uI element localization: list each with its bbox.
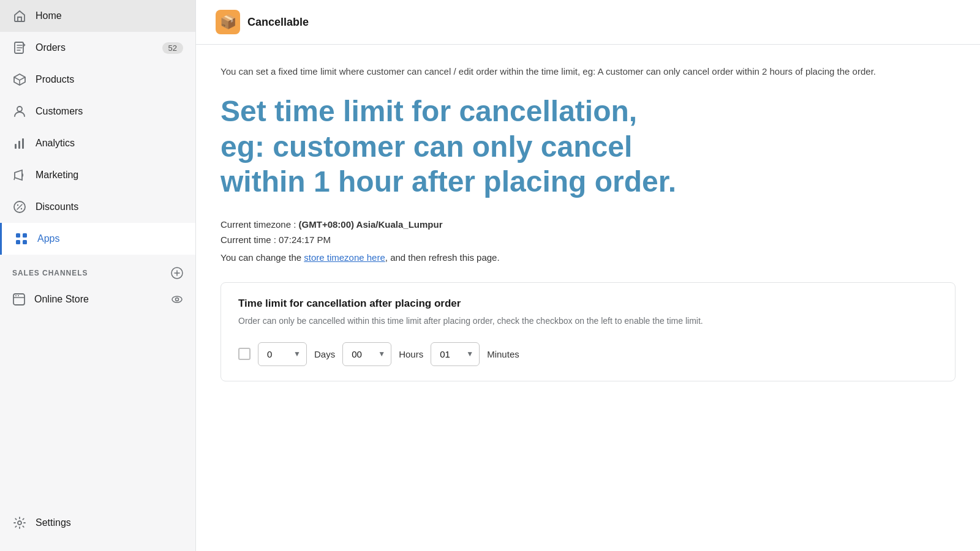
svg-rect-4: [18, 141, 20, 149]
sidebar-item-label: Marketing: [36, 170, 78, 181]
sidebar-item-home[interactable]: Home: [0, 0, 195, 32]
time-controls: 0 1 2 3 ▼ Days 00 01 02 03 ▼: [238, 342, 938, 366]
svg-point-19: [18, 521, 21, 525]
timezone-value: (GMT+08:00) Asia/Kuala_Lumpur: [299, 219, 443, 230]
sidebar-item-orders[interactable]: Orders 52: [0, 32, 195, 64]
headline-line3: within 1 hour after placing order.: [221, 165, 676, 198]
discounts-icon: [12, 200, 27, 214]
sales-channels-label: SALES CHANNELS: [12, 269, 88, 277]
time-limit-box: Time limit for cancellation after placin…: [221, 282, 956, 381]
minutes-label: Minutes: [487, 349, 519, 359]
sidebar-item-label: Apps: [37, 233, 59, 244]
svg-rect-10: [23, 233, 27, 238]
svg-point-16: [18, 295, 19, 296]
hours-select-wrapper: 00 01 02 03 ▼: [342, 342, 391, 366]
svg-point-8: [21, 208, 22, 209]
sidebar-item-label: Home: [36, 10, 62, 21]
sidebar-item-apps[interactable]: Apps: [0, 223, 195, 255]
sidebar-item-settings[interactable]: Settings: [0, 507, 195, 539]
main-content: 📦 Cancellable You can set a fixed time l…: [196, 0, 980, 551]
sidebar-item-label: Orders: [36, 42, 66, 53]
timezone-info: Current timezone : (GMT+08:00) Asia/Kual…: [221, 219, 956, 230]
app-header-icon: 📦: [216, 10, 240, 34]
sidebar-item-customers[interactable]: Customers: [0, 96, 195, 127]
app-header-title: Cancellable: [247, 16, 309, 29]
days-select-wrapper: 0 1 2 3 ▼: [258, 342, 307, 366]
orders-icon: [12, 40, 27, 55]
products-icon: [12, 72, 27, 87]
headline-line2: eg: customer can only cancel: [221, 130, 632, 163]
content-body: You can set a fixed time limit where cus…: [196, 45, 980, 401]
sidebar-item-online-store[interactable]: Online Store: [0, 284, 195, 315]
headline-line1: Set time limit for cancellation,: [221, 95, 637, 127]
svg-rect-9: [16, 233, 20, 238]
store-timezone-link[interactable]: store timezone here: [304, 252, 385, 263]
timezone-change-prefix: You can change the: [221, 252, 304, 263]
settings-label: Settings: [36, 517, 71, 528]
current-time-value: 07:24:17 PM: [279, 234, 331, 245]
time-limit-checkbox[interactable]: [238, 348, 251, 360]
add-sales-channel-button[interactable]: [171, 267, 183, 279]
sales-channels-header: SALES CHANNELS: [0, 260, 195, 284]
timezone-label: Current timezone :: [221, 219, 296, 230]
timezone-change-text: You can change the store timezone here, …: [221, 252, 956, 263]
hours-label: Hours: [399, 349, 423, 359]
svg-rect-14: [13, 294, 24, 305]
minutes-select[interactable]: 00 01 05 10 15 30: [431, 342, 480, 366]
sidebar: Home Orders 52 Products Cust: [0, 0, 196, 551]
time-limit-title: Time limit for cancellation after placin…: [238, 298, 938, 310]
svg-point-15: [15, 295, 17, 296]
minutes-select-wrapper: 00 01 05 10 15 30 ▼: [431, 342, 480, 366]
timezone-change-suffix: , and then refresh this page.: [385, 252, 500, 263]
svg-rect-3: [15, 144, 17, 149]
days-label: Days: [314, 349, 335, 359]
svg-point-2: [17, 107, 22, 111]
sidebar-item-analytics[interactable]: Analytics: [0, 127, 195, 159]
svg-point-7: [17, 204, 18, 206]
svg-point-18: [176, 298, 179, 301]
time-limit-desc: Order can only be cancelled within this …: [238, 315, 938, 328]
svg-rect-5: [22, 138, 24, 149]
app-header: 📦 Cancellable: [196, 0, 980, 45]
sidebar-item-marketing[interactable]: Marketing: [0, 159, 195, 191]
sidebar-item-label: Products: [36, 74, 74, 85]
current-time-info: Current time : 07:24:17 PM: [221, 234, 956, 245]
home-icon: [12, 9, 27, 23]
description-text: You can set a fixed time limit where cus…: [221, 64, 956, 79]
sidebar-item-label: Discounts: [36, 201, 78, 212]
days-select[interactable]: 0 1 2 3: [258, 342, 307, 366]
hours-select[interactable]: 00 01 02 03: [342, 342, 391, 366]
big-headline: Set time limit for cancellation, eg: cus…: [221, 94, 956, 200]
sidebar-item-label: Analytics: [36, 138, 75, 149]
svg-point-17: [172, 296, 182, 302]
svg-rect-12: [23, 240, 27, 244]
sidebar-item-products[interactable]: Products: [0, 64, 195, 96]
analytics-icon: [12, 136, 27, 151]
settings-icon: [12, 515, 27, 530]
sidebar-item-label: Customers: [36, 106, 83, 117]
online-store-visibility-button[interactable]: [171, 293, 183, 305]
marketing-icon: [12, 168, 27, 182]
current-time-label: Current time :: [221, 234, 276, 245]
orders-badge: 52: [162, 42, 183, 54]
customers-icon: [12, 104, 27, 119]
sidebar-item-discounts[interactable]: Discounts: [0, 191, 195, 223]
apps-icon: [14, 231, 29, 246]
online-store-icon: [12, 293, 26, 306]
online-store-label: Online Store: [34, 294, 89, 305]
svg-rect-11: [16, 240, 20, 244]
